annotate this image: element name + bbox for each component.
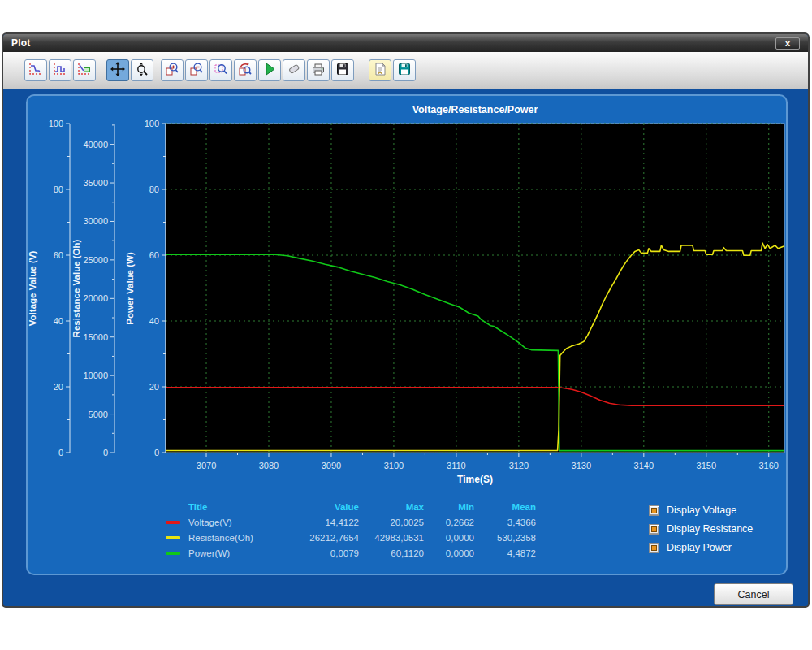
zoom-dynamic-button[interactable] — [131, 59, 153, 81]
zoom-reset-button[interactable] — [234, 59, 257, 81]
legend-swatch-resistance — [166, 536, 180, 540]
run-button[interactable] — [258, 59, 281, 81]
legend-swatch-power — [166, 552, 180, 555]
legend-row-resistance: Resistance(Oh) 26212,7654 42983,0531 0,0… — [166, 530, 536, 545]
svg-text:80: 80 — [54, 184, 63, 194]
svg-text:Voltage Value (V): Voltage Value (V) — [28, 251, 37, 327]
svg-text:3070: 3070 — [197, 461, 216, 470]
save-button[interactable] — [331, 59, 354, 81]
zoom-window-button[interactable] — [209, 59, 232, 81]
svg-text:0: 0 — [103, 448, 108, 457]
checkbox-box[interactable] — [649, 524, 659, 535]
report-icon — [372, 61, 388, 80]
svg-text:3130: 3130 — [572, 461, 591, 470]
svg-text:0: 0 — [58, 448, 63, 457]
window-title: Plot — [11, 37, 30, 49]
svg-text:3150: 3150 — [697, 461, 716, 470]
svg-text:25000: 25000 — [83, 255, 108, 265]
svg-text:35000: 35000 — [83, 178, 108, 188]
svg-text:3160: 3160 — [759, 461, 779, 470]
checkbox-display-voltage[interactable]: Display Voltage — [649, 505, 753, 516]
titlebar[interactable]: Plot x — [3, 34, 808, 52]
svg-text:Time(S): Time(S) — [457, 474, 493, 485]
svg-text:20: 20 — [54, 382, 63, 392]
legend-swatch-voltage — [166, 521, 180, 524]
erase-button[interactable] — [283, 59, 305, 81]
toolbar — [3, 52, 808, 89]
save-data-button[interactable] — [393, 59, 416, 81]
plot-style-dots-button[interactable] — [24, 59, 47, 81]
svg-text:80: 80 — [149, 184, 159, 194]
plot-window: Plot x Voltage/Resistance/Power020406080… — [2, 32, 810, 608]
plot-style-steps-icon — [52, 61, 68, 80]
pan-button[interactable] — [106, 59, 129, 81]
svg-text:60: 60 — [149, 250, 159, 260]
svg-text:10000: 10000 — [83, 370, 108, 380]
svg-text:3120: 3120 — [509, 461, 529, 470]
svg-text:20000: 20000 — [83, 293, 108, 303]
printer-icon — [310, 61, 326, 80]
export-report-button[interactable] — [369, 59, 391, 81]
checkbox-label: Display Resistance — [667, 523, 753, 535]
plot-style-steps-button[interactable] — [49, 59, 71, 81]
display-checkbox-group: Display Voltage Display Resistance Displ… — [649, 505, 753, 561]
zoom-window-icon — [213, 61, 229, 80]
svg-text:3140: 3140 — [634, 461, 654, 470]
svg-text:5000: 5000 — [89, 410, 108, 419]
svg-text:Resistance Value (Oh): Resistance Value (Oh) — [71, 239, 81, 337]
checkbox-box[interactable] — [649, 505, 659, 516]
play-icon — [261, 61, 278, 80]
svg-text:3110: 3110 — [447, 461, 466, 470]
svg-text:3090: 3090 — [322, 461, 341, 470]
legend-row-voltage: Voltage(V) 14,4122 20,0025 0,2662 3,4366 — [166, 514, 536, 530]
save-icon — [335, 61, 351, 80]
svg-text:15000: 15000 — [83, 332, 108, 342]
zoom-reset-icon — [237, 61, 253, 80]
chart[interactable]: Voltage/Resistance/Power020406080100Volt… — [28, 96, 789, 494]
legend-row-power: Power(W) 0,0079 60,1120 0,0000 4,4872 — [166, 545, 536, 561]
svg-text:40: 40 — [149, 316, 159, 326]
eraser-icon — [286, 61, 302, 80]
close-button[interactable]: x — [775, 37, 800, 50]
legend-header-min: Min — [424, 502, 474, 512]
svg-text:20: 20 — [149, 382, 159, 392]
save-data-icon — [396, 61, 412, 80]
legend-header-row: Title Value Max Min Mean — [166, 499, 536, 514]
plot-style-dots-icon — [28, 61, 44, 80]
legend-header-mean: Mean — [474, 502, 536, 512]
svg-text:40: 40 — [54, 316, 63, 326]
plot-style-legend-icon — [76, 61, 93, 80]
chart-panel: Voltage/Resistance/Power020406080100Volt… — [26, 94, 788, 575]
zoom-out-icon — [188, 61, 205, 80]
svg-text:100: 100 — [145, 119, 159, 128]
svg-text:30000: 30000 — [83, 216, 108, 226]
zoom-out-button[interactable] — [185, 59, 208, 81]
checkbox-display-resistance[interactable]: Display Resistance — [649, 523, 753, 535]
checkbox-box[interactable] — [649, 543, 659, 553]
svg-text:3100: 3100 — [384, 461, 404, 470]
plot-style-legend-button[interactable] — [73, 59, 96, 81]
svg-text:3080: 3080 — [259, 461, 279, 470]
legend-table: Title Value Max Min Mean Voltage(V) 14,4… — [166, 499, 536, 561]
screen: Plot x Voltage/Resistance/Power020406080… — [0, 0, 812, 650]
checkbox-label: Display Power — [667, 542, 732, 553]
legend-header-title: Title — [188, 502, 284, 512]
svg-text:Voltage/Resistance/Power: Voltage/Resistance/Power — [412, 104, 538, 115]
svg-text:40000: 40000 — [83, 140, 108, 150]
zoom-in-button[interactable] — [161, 59, 184, 81]
checkbox-display-power[interactable]: Display Power — [649, 542, 753, 553]
zoom-dynamic-icon — [134, 61, 150, 80]
legend-header-value: Value — [284, 502, 359, 512]
pan-icon — [110, 61, 126, 80]
print-button[interactable] — [307, 59, 330, 81]
svg-text:Power Value (W): Power Value (W) — [125, 252, 135, 325]
cancel-button[interactable]: Cancel — [714, 583, 793, 605]
svg-text:100: 100 — [49, 119, 63, 128]
svg-text:60: 60 — [54, 250, 63, 260]
zoom-in-icon — [164, 61, 180, 80]
checkbox-label: Display Voltage — [667, 505, 736, 516]
legend-header-max: Max — [359, 502, 424, 512]
svg-text:0: 0 — [154, 448, 159, 457]
